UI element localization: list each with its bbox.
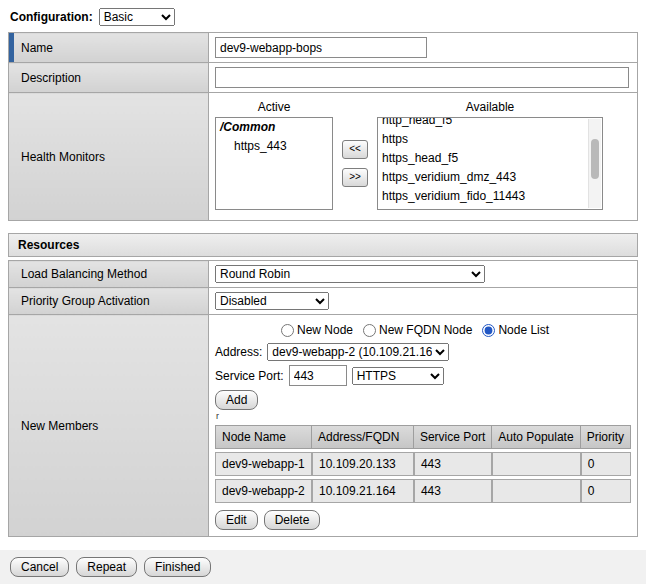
new-members-value-cell: New Node New FQDN Node Node List Address… xyxy=(209,315,638,537)
priority-cell: 0 xyxy=(581,452,631,476)
priority-group-label: Priority Group Activation xyxy=(21,294,150,308)
node-table-header-row: Node Name Address/FQDN Service Port Auto… xyxy=(215,425,631,449)
new-members-label: New Members xyxy=(21,419,98,433)
address-fqdn-header: Address/FQDN xyxy=(312,425,414,449)
new-members-row: New Members New Node New FQDN Node Node … xyxy=(9,315,638,537)
service-port-cell: 443 xyxy=(414,452,492,476)
name-label-cell: Name xyxy=(9,33,209,63)
service-port-cell: 443 xyxy=(414,479,492,503)
list-item-available-monitor[interactable]: https_veridium_fido_11443 xyxy=(378,187,602,206)
priority-group-row: Priority Group Activation Disabled xyxy=(9,288,638,315)
node-name-cell[interactable]: dev9-webapp-1 xyxy=(215,452,312,476)
priority-group-value-cell: Disabled xyxy=(209,288,638,315)
node-members-table: Node Name Address/FQDN Service Port Auto… xyxy=(215,422,631,506)
address-field-row: Address: dev9-webapp-2 (10.109.21.164) xyxy=(215,343,631,361)
delete-button[interactable]: Delete xyxy=(264,510,321,530)
health-monitors-value-cell: Active /Common https_443 << >> Available… xyxy=(209,93,638,221)
edit-button[interactable]: Edit xyxy=(215,510,258,530)
radio-node-list[interactable]: Node List xyxy=(482,323,549,337)
priority-group-label-cell: Priority Group Activation xyxy=(9,288,209,315)
list-item-available-monitor[interactable]: https xyxy=(378,130,602,149)
address-cell: 10.109.21.164 xyxy=(312,479,414,503)
load-balancing-value-cell: Round Robin xyxy=(209,261,638,288)
list-item-available-monitor[interactable]: https_veridium_idp_9944 xyxy=(378,206,602,210)
load-balancing-label-cell: Load Balancing Method xyxy=(9,261,209,288)
footer-button-bar: Cancel Repeat Finished xyxy=(0,550,646,584)
resources-section-header: Resources xyxy=(8,233,638,257)
configuration-label: Configuration: xyxy=(10,10,93,24)
health-monitors-label-cell: Health Monitors xyxy=(9,93,209,221)
scrollbar-thumb[interactable] xyxy=(591,139,599,179)
list-item-available-monitor[interactable]: https_head_f5 xyxy=(378,149,602,168)
priority-header: Priority xyxy=(581,425,631,449)
description-row: Description xyxy=(9,63,638,93)
finished-button[interactable]: Finished xyxy=(144,557,211,577)
available-monitors-column: Available http_head_f5 https https_head_… xyxy=(377,98,603,210)
service-port-label: Service Port: xyxy=(215,369,284,383)
load-balancing-label: Load Balancing Method xyxy=(21,267,147,281)
table-row[interactable]: dev9-webapp-1 10.109.20.133 443 0 xyxy=(215,452,631,476)
list-item-available-monitor[interactable]: https_veridium_dmz_443 xyxy=(378,168,602,187)
active-monitors-column: Active /Common https_443 xyxy=(215,98,333,210)
node-name-header: Node Name xyxy=(215,425,312,449)
add-button[interactable]: Add xyxy=(215,390,258,410)
configuration-select[interactable]: Basic xyxy=(99,8,175,26)
node-list-radio-label: Node List xyxy=(498,323,549,337)
service-port-header: Service Port xyxy=(414,425,492,449)
description-input[interactable] xyxy=(215,67,629,88)
list-item-active-monitor[interactable]: https_443 xyxy=(216,137,332,156)
active-list-title: Active xyxy=(215,98,333,117)
auto-populate-header: Auto Populate xyxy=(492,425,580,449)
new-node-radio-label: New Node xyxy=(297,323,353,337)
name-input[interactable] xyxy=(215,37,427,58)
address-cell: 10.109.20.133 xyxy=(312,452,414,476)
description-label: Description xyxy=(21,71,81,85)
name-value-cell xyxy=(209,33,638,63)
cancel-button[interactable]: Cancel xyxy=(10,557,69,577)
configuration-table: Name Description Health Monitors Active … xyxy=(8,32,638,221)
table-row[interactable]: dev9-webapp-2 10.109.21.164 443 0 xyxy=(215,479,631,503)
priority-cell: 0 xyxy=(581,479,631,503)
new-node-radio[interactable] xyxy=(281,324,294,337)
radio-new-node[interactable]: New Node xyxy=(281,323,353,337)
stray-note-text: r xyxy=(216,412,631,421)
service-port-input[interactable] xyxy=(289,365,347,386)
active-monitors-listbox[interactable]: /Common https_443 xyxy=(215,117,333,210)
node-name-cell[interactable]: dev9-webapp-2 xyxy=(215,479,312,503)
auto-populate-cell xyxy=(492,479,580,503)
radio-new-fqdn-node[interactable]: New FQDN Node xyxy=(363,323,472,337)
address-label: Address: xyxy=(215,345,262,359)
list-item-common-partition[interactable]: /Common xyxy=(216,118,332,137)
available-list-title: Available xyxy=(377,98,603,117)
monitor-move-buttons: << >> xyxy=(342,98,368,210)
new-fqdn-node-radio-label: New FQDN Node xyxy=(379,323,472,337)
new-fqdn-node-radio[interactable] xyxy=(363,324,376,337)
auto-populate-cell xyxy=(492,452,580,476)
health-monitors-row: Health Monitors Active /Common https_443… xyxy=(9,93,638,221)
resources-table: Load Balancing Method Round Robin Priori… xyxy=(8,260,638,537)
load-balancing-row: Load Balancing Method Round Robin xyxy=(9,261,638,288)
new-members-label-cell: New Members xyxy=(9,315,209,537)
list-item-available-monitor[interactable]: http_head_f5 xyxy=(378,117,602,130)
service-port-field-row: Service Port: HTTPS xyxy=(215,365,631,386)
load-balancing-select[interactable]: Round Robin xyxy=(215,265,485,283)
available-monitors-listbox[interactable]: http_head_f5 https https_head_f5 https_v… xyxy=(377,117,603,210)
move-left-button[interactable]: << xyxy=(342,140,368,159)
available-list-scrollbar[interactable] xyxy=(588,119,601,208)
repeat-button[interactable]: Repeat xyxy=(76,557,137,577)
service-protocol-select[interactable]: HTTPS xyxy=(352,367,444,385)
description-label-cell: Description xyxy=(9,63,209,93)
description-value-cell xyxy=(209,63,638,93)
priority-group-select[interactable]: Disabled xyxy=(215,292,329,310)
configuration-bar: Configuration: Basic xyxy=(0,0,646,32)
health-monitors-label: Health Monitors xyxy=(21,150,105,164)
address-select[interactable]: dev9-webapp-2 (10.109.21.164) xyxy=(267,343,449,361)
node-table-actions: Edit Delete xyxy=(215,510,631,530)
name-row: Name xyxy=(9,33,638,63)
node-type-radio-group: New Node New FQDN Node Node List xyxy=(281,323,631,337)
node-list-radio[interactable] xyxy=(482,324,495,337)
name-label: Name xyxy=(21,41,53,55)
move-right-button[interactable]: >> xyxy=(342,168,368,187)
